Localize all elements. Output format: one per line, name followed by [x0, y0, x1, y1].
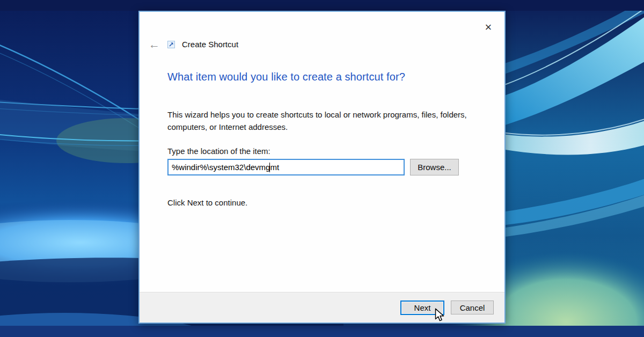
shortcut-icon: [167, 41, 175, 48]
mouse-cursor: [435, 308, 447, 323]
create-shortcut-window: × ← Create Shortcut What item would you …: [138, 11, 506, 324]
text-caret: [269, 163, 270, 172]
wizard-description: This wizard helps you to create shortcut…: [167, 108, 467, 133]
back-button[interactable]: ←: [149, 39, 160, 50]
close-button[interactable]: ×: [480, 19, 497, 35]
wizard-footer: Next Cancel: [140, 292, 504, 323]
continue-hint: Click Next to continue.: [167, 198, 247, 207]
location-input[interactable]: [169, 160, 404, 174]
location-label: Type the location of the item:: [167, 146, 270, 156]
close-icon: ×: [485, 20, 492, 34]
window-title: Create Shortcut: [182, 40, 238, 49]
cancel-button[interactable]: Cancel: [451, 301, 494, 314]
browse-button[interactable]: Browse...: [410, 159, 459, 175]
description-line-2: computers, or Internet addresses.: [167, 121, 467, 133]
page-title: What item would you like to create a sho…: [167, 71, 405, 83]
wizard-header: ← Create Shortcut: [149, 39, 238, 50]
location-input-wrap: [167, 159, 405, 175]
location-row: Browse...: [167, 159, 459, 175]
description-line-1: This wizard helps you to create shortcut…: [167, 108, 467, 121]
